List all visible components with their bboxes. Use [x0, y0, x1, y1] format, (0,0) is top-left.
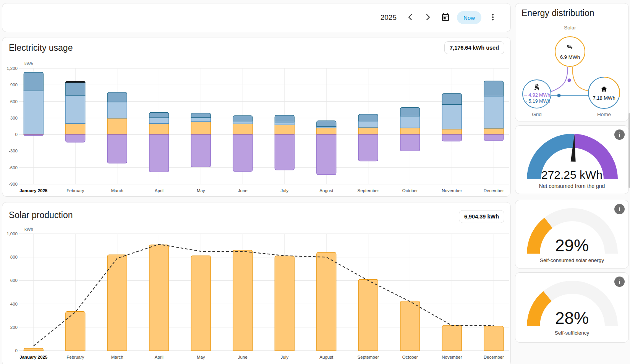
calendar-icon [441, 13, 450, 23]
electricity-usage-title: Electricity usage [9, 43, 73, 53]
grid-import-value: 5.19 MWh [528, 99, 550, 105]
arrow-left-icon: ← [523, 92, 528, 99]
bar-segment [107, 118, 127, 135]
bar-segment [317, 128, 336, 134]
svg-text:300: 300 [10, 116, 18, 120]
solar-node-value: 6.9 MWh [560, 54, 580, 60]
bar-segment [149, 123, 169, 134]
forecast-line [34, 244, 494, 346]
bar-segment [233, 116, 253, 121]
scrollbar-thumb[interactable] [628, 113, 630, 188]
svg-text:June: June [238, 188, 248, 193]
info-icon[interactable]: i [614, 277, 625, 287]
grid-neutrality-gauge-card: i 272.25 kWh Net consumed from the grid [515, 125, 629, 194]
bar-segment [442, 94, 462, 105]
svg-text:December: December [484, 188, 504, 193]
bar-segment [24, 348, 43, 351]
self-sufficiency-value: 28% [515, 309, 628, 328]
svg-text:August: August [319, 355, 334, 359]
bar-segment [358, 121, 378, 128]
bar-segment [191, 122, 211, 135]
solar-panel-icon [566, 44, 574, 53]
svg-text:June: June [238, 355, 248, 359]
svg-text:January 2025: January 2025 [19, 188, 47, 193]
bar-segment [484, 134, 504, 141]
svg-text:March: March [111, 188, 123, 193]
bar-segment [358, 128, 378, 134]
arrow-right-icon: → [523, 99, 528, 105]
chevron-left-icon [406, 13, 415, 23]
svg-text:March: March [111, 355, 123, 359]
svg-text:1,000: 1,000 [6, 231, 18, 236]
more-options-button[interactable] [485, 10, 500, 25]
bar-segment [66, 82, 85, 83]
bar-segment [24, 134, 43, 134]
svg-text:0: 0 [15, 132, 18, 137]
flow-dot-consumption [557, 94, 561, 97]
self-sufficiency-caption: Self-sufficiency [515, 330, 628, 336]
svg-text:July: July [281, 355, 289, 359]
flow-dot-return [568, 79, 571, 82]
grid-neutrality-caption: Net consumed from the grid [515, 183, 628, 189]
bar-segment [358, 114, 378, 121]
svg-text:600: 600 [10, 99, 18, 104]
bar-segment [66, 95, 85, 124]
bar-segment [149, 134, 169, 172]
bar-segment [149, 245, 169, 351]
bar-segment [484, 128, 504, 134]
self-consumed-solar-gauge-card: i 29% Self-consumed solar energy [515, 200, 629, 269]
bar-segment [442, 134, 462, 141]
next-period-button[interactable] [420, 10, 436, 25]
svg-text:0: 0 [15, 348, 18, 353]
bar-segment [358, 134, 378, 161]
home-node[interactable]: 7.18 MWh [589, 78, 619, 108]
bar-segment [233, 250, 253, 351]
bar-segment [400, 108, 420, 116]
date-picker-button[interactable] [438, 10, 453, 25]
svg-text:400: 400 [10, 302, 18, 306]
chevron-right-icon [423, 13, 432, 23]
bar-segment [358, 279, 378, 351]
grid-neutrality-value: 272.25 kWh [515, 168, 628, 181]
bar-segment [191, 113, 211, 118]
now-button[interactable]: Now [457, 11, 481, 24]
gauge-needle [571, 134, 576, 162]
grid-node[interactable]: ←4.92 MWh →5.19 MWh [522, 79, 551, 108]
previous-period-button[interactable] [403, 10, 418, 25]
transmission-tower-icon [533, 83, 541, 92]
bar-segment [317, 252, 336, 351]
svg-text:November: November [442, 355, 462, 359]
bar-segment [24, 91, 43, 134]
svg-text:January 2025: January 2025 [19, 355, 47, 359]
svg-text:December: December [484, 355, 504, 359]
bar-segment [275, 134, 294, 170]
bar-segment [66, 123, 85, 134]
grid-import-row: →5.19 MWh [523, 99, 550, 105]
svg-text:September: September [358, 188, 379, 193]
bar-segment [400, 128, 420, 134]
bar-segment [275, 122, 294, 125]
energy-distribution-card: Energy distribution Solar 6.9 MWh ←4.92 … [515, 3, 629, 121]
solar-production-title: Solar production [9, 210, 73, 220]
bar-segment [24, 134, 43, 135]
solar-node[interactable]: 6.9 MWh [555, 36, 585, 67]
svg-text:October: October [402, 188, 418, 193]
grid-node-label: Grid [522, 112, 551, 117]
solar-production-chart: 02004006008001,000kWhJanuary 2025Februar… [2, 202, 511, 364]
bar-segment [233, 121, 253, 124]
self-consumed-solar-value: 29% [515, 236, 628, 255]
bar-segment [191, 256, 211, 351]
svg-text:200: 200 [10, 325, 18, 330]
solar-total-badge: 6,904.39 kWh [459, 210, 504, 223]
bar-segment [317, 126, 336, 128]
bar-segment [484, 326, 504, 351]
bar-segment [107, 102, 127, 118]
kebab-menu-icon [488, 13, 497, 23]
bar-segment [149, 118, 169, 123]
info-icon[interactable]: i [614, 129, 625, 140]
info-icon[interactable]: i [614, 204, 625, 214]
svg-text:April: April [155, 355, 164, 359]
svg-text:1,200: 1,200 [6, 66, 18, 71]
bar-segment [24, 72, 43, 91]
bar-segment [191, 134, 211, 167]
